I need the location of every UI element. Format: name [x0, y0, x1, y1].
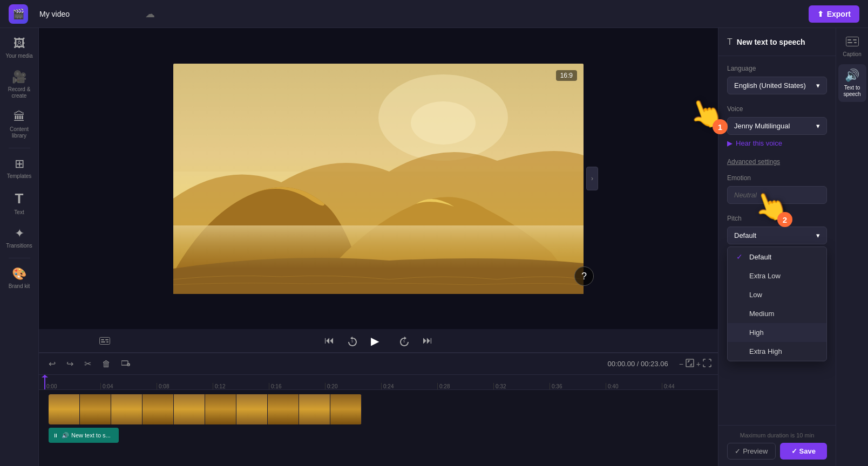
- thumbnail-5: [174, 394, 205, 424]
- right-sidebar: Caption 🔊 Text to speech: [836, 28, 868, 466]
- delete-btn[interactable]: 🗑: [99, 357, 114, 371]
- sidebar-item-text[interactable]: T Text: [2, 186, 37, 220]
- svg-text:5: 5: [403, 340, 405, 343]
- hear-voice-button[interactable]: ▶ Hear this voice: [727, 139, 782, 147]
- advanced-settings-link[interactable]: Advanced settings: [727, 158, 827, 166]
- add-to-timeline-btn[interactable]: +: [118, 357, 133, 372]
- topbar: 🎬 ☁ ⬆ Export: [0, 0, 868, 28]
- right-sidebar-item-tts[interactable]: 🔊 Text to speech: [838, 64, 866, 102]
- export-button[interactable]: ⬆ Export: [809, 5, 859, 23]
- redo-btn[interactable]: ↪: [63, 357, 77, 371]
- save-check-icon: ✓: [791, 447, 797, 455]
- emotion-section: Emotion Neutral: [727, 174, 827, 204]
- timeline-tracks: 0:00 0:04 0:08 0:12 0:16 0:20 0:24 0:28 …: [39, 375, 718, 466]
- text-track-label: New text to s...: [71, 432, 111, 438]
- svg-rect-8: [105, 339, 109, 340]
- help-button[interactable]: ?: [574, 266, 594, 286]
- ruler-mark-20: 0:20: [325, 383, 381, 389]
- pitch-extra-low-label: Extra Low: [749, 272, 781, 280]
- play-button[interactable]: ▶: [369, 331, 388, 351]
- voice-dropdown[interactable]: Jenny Multilingual ▾: [727, 117, 827, 135]
- sidebar-label-your-media: Your media: [5, 53, 32, 59]
- voice-label: Voice: [727, 105, 827, 113]
- sidebar-item-content-library[interactable]: 🏛 Content library: [2, 106, 37, 143]
- skip-back-btn[interactable]: 5: [345, 333, 360, 348]
- right-sidebar-label-captions: Caption: [843, 51, 861, 58]
- play-voice-icon: ▶: [727, 139, 733, 147]
- thumbnail-4: [143, 394, 174, 424]
- zoom-fit-icon: [686, 359, 694, 367]
- pitch-option-default[interactable]: ✓ Default: [728, 247, 826, 266]
- zoom-fit-btn[interactable]: [686, 359, 694, 369]
- pitch-option-low[interactable]: Low: [728, 285, 826, 304]
- right-sidebar-item-captions[interactable]: Caption: [838, 32, 866, 62]
- pitch-option-extra-low[interactable]: Extra Low: [728, 266, 826, 285]
- preview-label: Preview: [743, 447, 768, 455]
- timeline-area: ↩ ↪ ✂ 🗑 + 00:00.00 / 00:23.06 −: [39, 353, 718, 466]
- zoom-controls: − +: [679, 359, 711, 369]
- pitch-option-high[interactable]: High: [728, 323, 826, 342]
- timeline-content: 0:00 0:04 0:08 0:12 0:16 0:20 0:24 0:28 …: [39, 375, 718, 466]
- tts-panel-content: Language English (United States) ▾ Voice…: [718, 56, 836, 425]
- sidebar-item-brand-kit[interactable]: 🎨 Brand kit: [2, 263, 37, 294]
- ruler-mark-40: 0:40: [606, 383, 662, 389]
- language-dropdown[interactable]: English (United States) ▾: [727, 77, 827, 94]
- playhead[interactable]: [44, 375, 45, 389]
- video-track[interactable]: [49, 394, 362, 424]
- pitch-option-medium[interactable]: Medium: [728, 304, 826, 323]
- svg-rect-15: [686, 359, 694, 367]
- sidebar-label-brand-kit: Brand kit: [9, 283, 30, 290]
- pitch-dropdown[interactable]: Default ▾: [727, 227, 827, 244]
- pitch-option-extra-high[interactable]: Extra High: [728, 342, 826, 361]
- svg-rect-5: [100, 337, 110, 344]
- ruler-mark-32: 0:32: [493, 383, 550, 389]
- timeline-toolbar: ↩ ↪ ✂ 🗑 + 00:00.00 / 00:23.06 −: [39, 353, 718, 375]
- skip-forward-btn[interactable]: 5: [397, 333, 412, 348]
- templates-icon: ⊞: [15, 157, 24, 171]
- export-icon: ⬆: [817, 10, 824, 18]
- save-label: Save: [799, 447, 816, 455]
- tts-panel: T New text to speech Language English (U…: [718, 28, 836, 466]
- skip-to-end-btn[interactable]: ⏭: [421, 333, 435, 348]
- zoom-out-btn[interactable]: −: [679, 360, 683, 368]
- fullscreen-timeline-btn[interactable]: [703, 359, 711, 369]
- skip-to-start-btn[interactable]: ⏮: [322, 333, 336, 348]
- language-value: English (United States): [734, 81, 806, 90]
- svg-rect-20: [854, 42, 857, 43]
- content-library-icon: 🏛: [13, 110, 25, 124]
- voice-chevron-icon: ▾: [816, 122, 820, 130]
- text-track[interactable]: ⏸ 🔊 New text to s...: [49, 428, 119, 443]
- svg-rect-17: [847, 39, 851, 40]
- collapse-panel-btn[interactable]: ›: [586, 167, 598, 190]
- timeline-ruler: 0:00 0:04 0:08 0:12 0:16 0:20 0:24 0:28 …: [39, 375, 718, 390]
- ruler-mark-4: 0:04: [100, 383, 157, 389]
- svg-rect-3: [173, 225, 584, 269]
- timeline-time: 00:00.00 / 00:23.06: [608, 360, 668, 368]
- project-name-input[interactable]: [35, 7, 139, 21]
- max-duration-note: Maximum duration is 10 min: [727, 432, 827, 438]
- undo-btn[interactable]: ↩: [45, 357, 59, 371]
- pitch-dropdown-menu: ✓ Default Extra Low Low: [727, 246, 827, 361]
- skip-back-icon: 5: [347, 335, 358, 346]
- cloud-save-icon: ☁: [145, 8, 155, 20]
- aspect-ratio-badge: 16:9: [556, 70, 577, 81]
- save-button[interactable]: ✓ Save: [780, 443, 828, 460]
- check-mark-icon: ✓: [736, 252, 745, 261]
- sidebar-item-templates[interactable]: ⊞ Templates: [2, 153, 37, 184]
- thumbnail-9: [299, 394, 330, 424]
- pause-icon: ⏸: [53, 433, 58, 438]
- video-canvas: [173, 64, 584, 294]
- voice-value: Jenny Multilingual: [734, 122, 790, 130]
- sidebar-label-templates: Templates: [7, 173, 32, 180]
- sidebar-item-transitions[interactable]: ✦ Transitions: [2, 222, 37, 253]
- svg-rect-19: [853, 39, 857, 40]
- pitch-chevron-icon: ▾: [816, 231, 820, 239]
- sidebar-label-text: Text: [14, 209, 24, 216]
- preview-button[interactable]: ✓ Preview: [727, 443, 776, 460]
- zoom-in-btn[interactable]: +: [696, 360, 701, 368]
- cut-btn[interactable]: ✂: [81, 357, 94, 371]
- sidebar-item-record-create[interactable]: 🎥 Record & create: [2, 66, 37, 104]
- captions-control-btn[interactable]: [97, 335, 112, 347]
- svg-rect-18: [847, 42, 852, 43]
- sidebar-item-your-media[interactable]: 🖼 Your media: [2, 32, 37, 64]
